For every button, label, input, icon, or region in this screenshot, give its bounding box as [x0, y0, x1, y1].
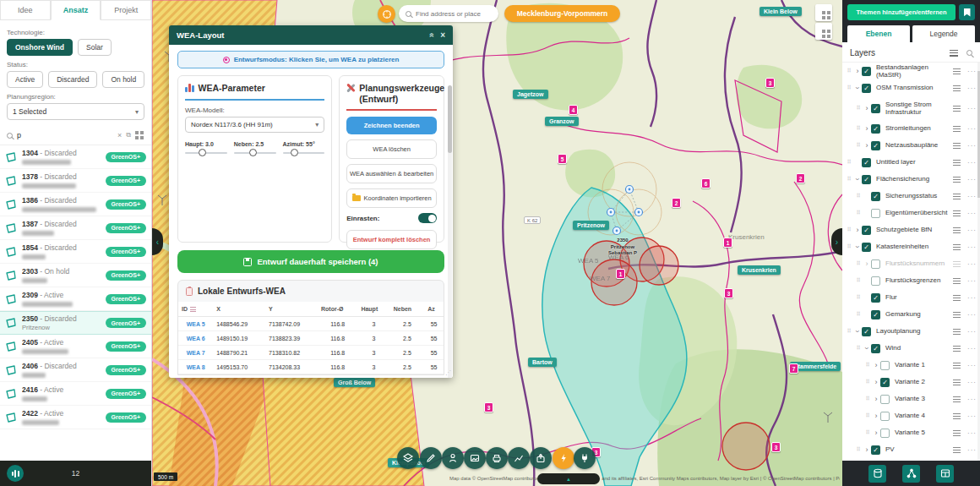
chevron-down-icon[interactable]: ›: [853, 84, 862, 92]
map-marker-4[interactable]: 4: [569, 105, 578, 115]
drag-handle-icon[interactable]: ⠿: [845, 243, 853, 250]
layer-label[interactable]: Variante 1: [895, 361, 953, 369]
attribution-expander[interactable]: ▲: [537, 473, 600, 484]
greenos-badge[interactable]: GreenOS+: [106, 176, 146, 186]
sort-layers-icon[interactable]: [950, 50, 958, 57]
drag-handle-icon[interactable]: ⠿: [854, 294, 863, 301]
layer-checkbox[interactable]: ✓: [862, 158, 871, 167]
wea-panel-header[interactable]: WEA-Layout » ×: [169, 25, 453, 45]
project-item-2416[interactable]: 2416 - ActiveGreenOS+: [0, 382, 151, 406]
chevron-right-icon[interactable]: ›: [872, 378, 880, 386]
drag-handle-icon[interactable]: ⠿: [854, 345, 863, 352]
layer-label[interactable]: Gemarkung: [885, 310, 953, 318]
layer-label[interactable]: Untitled layer: [876, 158, 953, 166]
clear-filter-icon[interactable]: ⧉: [126, 132, 131, 139]
layer-label[interactable]: Flur: [885, 293, 953, 301]
planungsregion-select[interactable]: 1 Selected ▾: [7, 103, 144, 120]
layer-legend-icon[interactable]: [953, 363, 961, 369]
layer-options-icon[interactable]: ···: [967, 243, 977, 251]
slider-knob[interactable]: [249, 149, 257, 156]
search-layers-icon[interactable]: [966, 50, 972, 56]
layer-legend-icon[interactable]: [953, 160, 961, 166]
drag-handle-icon[interactable]: ⠿: [854, 193, 863, 199]
technologie-option-solar[interactable]: Solar: [78, 39, 112, 56]
slider-azimut[interactable]: Azimut: 55°: [283, 141, 325, 155]
layer-options-icon[interactable]: ···: [967, 294, 977, 302]
layer-options-icon[interactable]: ···: [967, 362, 977, 369]
map-marker-7[interactable]: 7: [789, 363, 798, 374]
map-tool-person-button[interactable]: [442, 447, 464, 469]
map-marker-1[interactable]: 1: [616, 269, 625, 279]
map-tool-measure-button[interactable]: [508, 447, 530, 469]
basemap-gallery-button[interactable]: [815, 4, 832, 21]
tool-button-zeichnen-beenden[interactable]: Zeichnen beenden: [346, 117, 437, 134]
tool-button-wea-l-schen[interactable]: WEA löschen: [346, 139, 437, 159]
greenos-badge[interactable]: GreenOS+: [106, 365, 146, 375]
chevron-down-icon[interactable]: ›: [853, 175, 862, 183]
project-item-2405[interactable]: 2405 - ActiveGreenOS+: [0, 335, 151, 358]
project-item-2309[interactable]: 2309 - ActiveGreenOS+: [0, 287, 151, 311]
layer-label[interactable]: Sonstige Strom Infrastruktur: [885, 101, 953, 116]
map-tool-print-button[interactable]: [486, 447, 508, 469]
drag-handle-icon[interactable]: ⠿: [845, 176, 853, 183]
clear-search-icon[interactable]: ×: [117, 132, 122, 139]
layer-options-icon[interactable]: ···: [967, 429, 977, 437]
tab-legende[interactable]: Legende: [912, 25, 975, 42]
greenos-badge[interactable]: GreenOS+: [106, 152, 146, 162]
chevron-right-icon[interactable]: ›: [872, 429, 880, 437]
network-analysis-button[interactable]: [902, 465, 920, 483]
layer-checkbox[interactable]: [880, 412, 890, 421]
layer-label[interactable]: Wind: [885, 344, 953, 352]
technologie-option-onshore-wind[interactable]: Onshore Wind: [7, 39, 73, 56]
chevron-right-icon[interactable]: ›: [853, 226, 862, 234]
layer-options-icon[interactable]: ···: [967, 193, 977, 200]
delete-draft-button[interactable]: Entwurf komplett löschen: [346, 230, 437, 249]
layer-legend-icon[interactable]: [953, 177, 961, 183]
greenos-badge[interactable]: GreenOS+: [106, 270, 146, 281]
layer-options-icon[interactable]: ···: [967, 68, 977, 75]
map-marker-6[interactable]: 6: [701, 178, 710, 188]
layer-label[interactable]: PV: [885, 445, 953, 453]
slider-knob[interactable]: [199, 149, 206, 156]
layer-legend-icon[interactable]: [953, 126, 961, 132]
layer-label[interactable]: Flurstücksnummern: [885, 259, 953, 267]
layer-label[interactable]: Variante 4: [895, 412, 953, 419]
layer-checkbox[interactable]: ✓: [871, 192, 880, 201]
map-marker-3[interactable]: 3: [484, 402, 493, 412]
layer-legend-icon[interactable]: [953, 380, 961, 385]
drag-handle-icon[interactable]: ⠿: [845, 227, 853, 233]
drag-handle-icon[interactable]: ⠿: [854, 125, 863, 132]
project-search-input[interactable]: [17, 131, 113, 139]
layer-options-icon[interactable]: ···: [967, 176, 977, 183]
drag-handle-icon[interactable]: ⠿: [863, 396, 872, 402]
data-sources-button[interactable]: [868, 465, 886, 483]
map-marker-3[interactable]: 3: [724, 288, 733, 298]
layer-label[interactable]: OSM Transmission: [876, 84, 953, 91]
layer-checkbox[interactable]: ✓: [871, 124, 880, 134]
map-tool-gallery-button[interactable]: [464, 447, 486, 469]
layer-label[interactable]: Katastereinheiten: [876, 243, 953, 250]
greenos-badge[interactable]: GreenOS+: [106, 223, 146, 233]
layer-legend-icon[interactable]: [953, 430, 961, 436]
drag-handle-icon[interactable]: ⠿: [854, 311, 863, 318]
chevron-right-icon[interactable]: ›: [863, 259, 871, 268]
project-item-1854[interactable]: 1854 - DiscardedGreenOS+: [0, 240, 151, 264]
layer-options-icon[interactable]: ···: [967, 142, 977, 150]
collapse-right-sidebar-handle[interactable]: ›: [831, 228, 842, 255]
slider-knob[interactable]: [291, 149, 298, 156]
add-remove-themes-button[interactable]: Themen hinzufügen/entfernen: [847, 4, 956, 20]
layer-checkbox[interactable]: [880, 429, 890, 438]
map-marker-3[interactable]: 3: [765, 78, 775, 88]
attribute-table-button[interactable]: [936, 465, 954, 483]
project-item-1387[interactable]: 1387 - DiscardedGreenOS+: [0, 216, 151, 240]
layer-checkbox[interactable]: ✓: [862, 226, 871, 235]
map-marker-5[interactable]: 5: [558, 154, 567, 164]
drag-handle-icon[interactable]: ⠿: [854, 142, 863, 149]
drag-handle-icon[interactable]: ⠿: [854, 446, 863, 453]
layer-legend-icon[interactable]: [953, 68, 961, 74]
greenos-badge[interactable]: GreenOS+: [106, 199, 146, 210]
layer-label[interactable]: Schutzgebiete BfN: [876, 226, 953, 233]
layer-checkbox[interactable]: ✓: [871, 344, 880, 353]
layer-legend-icon[interactable]: [953, 244, 961, 250]
layer-legend-icon[interactable]: [953, 85, 961, 91]
